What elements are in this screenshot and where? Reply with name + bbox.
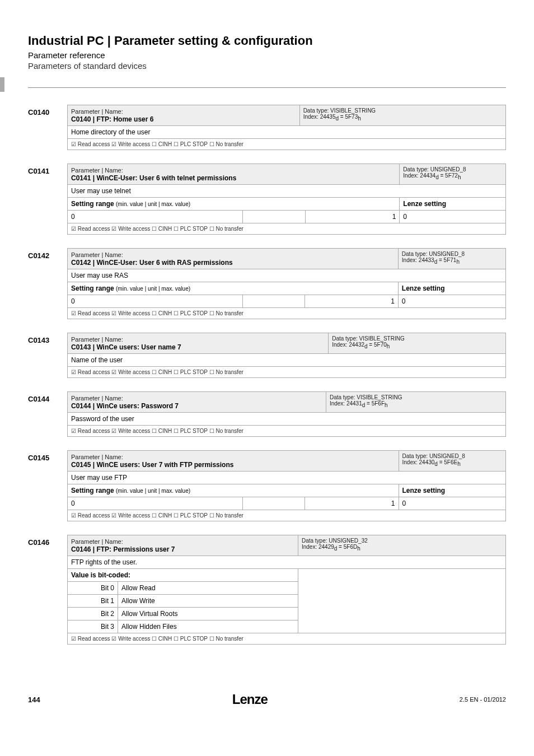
parameter-description: User may use telnet: [68, 185, 506, 198]
lenze-setting-header: Lenze setting: [400, 198, 506, 211]
setting-range-header: Setting range (min. value | unit | max. …: [68, 484, 399, 497]
parameter-entry: C0143Parameter | Name:C0143 | WinCe user…: [28, 333, 506, 378]
parameter-id: C0142: [28, 248, 67, 319]
bit-number: Bit 2: [68, 608, 118, 620]
setting-unit: [243, 211, 305, 223]
parameter-index: Index: 24431d = 5F6Fh: [330, 400, 388, 407]
setting-unit: [243, 295, 305, 308]
bit-number: Bit 0: [68, 582, 118, 595]
parameter-name-label: Parameter | Name:: [71, 108, 123, 115]
page-subtitle-1: Parameter reference: [28, 50, 506, 60]
parameter-name: C0143 | WinCe users: User name 7: [71, 343, 181, 351]
parameter-name: C0142 | WinCE-User: User 6 with RAS perm…: [71, 259, 233, 267]
parameter-entry: C0141Parameter | Name:C0141 | WinCE-User…: [28, 164, 506, 235]
parameter-index: Index: 24434d = 5F72h: [403, 172, 461, 179]
parameter-description: FTP rights of the user.: [68, 556, 506, 569]
parameter-name: C0141 | WinCE-User: User 6 with telnet p…: [71, 174, 236, 182]
parameter-entry: C0140Parameter | Name:C0140 | FTP: Home …: [28, 105, 506, 150]
parameter-index: Index: 24430d = 5F6Eh: [402, 459, 461, 465]
parameter-name-cell: Parameter | Name:C0140 | FTP: Home user …: [68, 105, 300, 126]
parameter-description: User may use FTP: [68, 472, 506, 484]
access-flags: ☑ Read access ☑ Write access ☐ CINH ☐ PL…: [68, 633, 506, 645]
parameter-id: C0143: [28, 333, 67, 378]
page-footer: 144 Lenze 2.5 EN - 01/2012: [0, 680, 534, 718]
parameter-name-label: Parameter | Name:: [71, 167, 123, 174]
setting-min: 0: [68, 295, 243, 308]
parameter-dtype-cell: Data type: VISIBLE_STRINGIndex: 24435d =…: [299, 105, 505, 126]
access-flags: ☑ Read access ☑ Write access ☐ CINH ☐ PL…: [68, 308, 506, 319]
bit-number: Bit 1: [68, 595, 118, 608]
parameter-description: Name of the user: [68, 354, 506, 367]
parameter-id: C0141: [28, 164, 67, 235]
parameter-dtype: Data type: UNSIGNED_8: [403, 166, 466, 172]
parameter-index: Index: 24433d = 5F71h: [402, 257, 460, 263]
parameter-name: C0140 | FTP: Home user 6: [71, 115, 153, 123]
page-subtitle-2: Parameters of standard devices: [28, 61, 506, 71]
parameter-name-cell: Parameter | Name:C0144 | WinCe users: Pa…: [68, 392, 326, 413]
parameter-index: Index: 24435d = 5F73h: [303, 114, 361, 120]
parameter-id: C0140: [28, 105, 67, 150]
parameter-dtype-cell: Data type: UNSIGNED_8Index: 24430d = 5F6…: [399, 451, 505, 472]
parameter-dtype-cell: Data type: VISIBLE_STRINGIndex: 24432d =…: [329, 333, 506, 354]
parameter-table: Parameter | Name:C0142 | WinCE-User: Use…: [67, 248, 506, 319]
parameter-table: Parameter | Name:C0146 | FTP: Permission…: [67, 535, 506, 645]
parameter-dtype: Data type: VISIBLE_STRING: [332, 335, 405, 342]
parameter-body: Parameter | Name:C0144 | WinCe users: Pa…: [67, 391, 506, 437]
parameter-table: Parameter | Name:C0143 | WinCe users: Us…: [67, 333, 506, 378]
parameter-entry: C0142Parameter | Name:C0142 | WinCE-User…: [28, 248, 506, 319]
setting-max: 1: [305, 211, 400, 223]
brand-logo: Lenze: [232, 692, 268, 707]
access-flags: ☑ Read access ☑ Write access ☐ CINH ☐ PL…: [68, 426, 506, 437]
parameter-dtype: Data type: VISIBLE_STRING: [303, 108, 376, 114]
parameter-name: C0145 | WinCE users: User 7 with FTP per…: [71, 461, 233, 469]
parameter-description: Password of the user: [68, 413, 506, 426]
parameter-name-cell: Parameter | Name:C0143 | WinCe users: Us…: [68, 333, 329, 354]
bit-number: Bit 3: [68, 620, 118, 633]
header-divider: [28, 87, 506, 88]
parameter-dtype-cell: Data type: UNSIGNED_8Index: 24434d = 5F7…: [400, 164, 506, 185]
parameter-dtype: Data type: UNSIGNED_8: [402, 453, 465, 459]
parameter-name-cell: Parameter | Name:C0142 | WinCE-User: Use…: [68, 249, 399, 269]
parameter-id: C0145: [28, 450, 67, 521]
access-flags: ☑ Read access ☑ Write access ☐ CINH ☐ PL…: [68, 223, 506, 235]
lenze-setting-header: Lenze setting: [398, 282, 505, 295]
lenze-setting-value: 0: [399, 497, 505, 510]
parameter-entry: C0146Parameter | Name:C0146 | FTP: Permi…: [28, 535, 506, 645]
parameter-table: Parameter | Name:C0144 | WinCe users: Pa…: [67, 391, 506, 437]
page-content: Industrial PC | Parameter setting & conf…: [0, 0, 534, 680]
page-number: 144: [28, 696, 40, 704]
parameter-body: Parameter | Name:C0140 | FTP: Home user …: [67, 105, 506, 150]
parameter-table: Parameter | Name:C0140 | FTP: Home user …: [67, 105, 506, 150]
parameter-name: C0146 | FTP: Permissions user 7: [71, 545, 175, 553]
bit-coded-header: Value is bit-coded:: [68, 569, 298, 582]
access-flags: ☑ Read access ☑ Write access ☐ CINH ☐ PL…: [68, 367, 506, 378]
setting-range-header: Setting range (min. value | unit | max. …: [68, 282, 399, 295]
lenze-setting-value: 0: [398, 295, 505, 308]
access-flags: ☑ Read access ☑ Write access ☐ CINH ☐ PL…: [68, 139, 506, 150]
header-accent-bar: [0, 77, 4, 92]
parameter-dtype: Data type: UNSIGNED_8: [402, 251, 465, 257]
revision-text: 2.5 EN - 01/2012: [460, 696, 506, 703]
parameter-index: Index: 24429d = 5F6Dh: [302, 544, 360, 550]
parameter-name-cell: Parameter | Name:C0145 | WinCE users: Us…: [68, 451, 399, 472]
parameter-name-label: Parameter | Name:: [71, 251, 123, 258]
parameter-name-label: Parameter | Name:: [71, 336, 123, 343]
parameter-name-cell: Parameter | Name:C0141 | WinCE-User: Use…: [68, 164, 400, 185]
parameter-id: C0144: [28, 391, 67, 437]
bit-description: Allow Virtual Roots: [118, 608, 298, 620]
parameter-description: User may use RAS: [68, 269, 506, 282]
parameter-name: C0144 | WinCe users: Password 7: [71, 402, 179, 410]
lenze-setting-header: Lenze setting: [399, 484, 505, 497]
lenze-setting-value: 0: [400, 211, 506, 223]
parameter-index: Index: 24432d = 5F70h: [332, 342, 390, 348]
parameter-entry: C0144Parameter | Name:C0144 | WinCe user…: [28, 391, 506, 437]
bit-description: Allow Hidden Files: [118, 620, 298, 633]
parameter-dtype-cell: Data type: UNSIGNED_32Index: 24429d = 5F…: [298, 535, 505, 556]
parameter-body: Parameter | Name:C0142 | WinCE-User: Use…: [67, 248, 506, 319]
setting-unit: [243, 497, 305, 510]
parameter-dtype-cell: Data type: VISIBLE_STRINGIndex: 24431d =…: [326, 392, 505, 413]
setting-max: 1: [305, 497, 399, 510]
parameter-name-label: Parameter | Name:: [71, 454, 123, 460]
parameter-id: C0146: [28, 535, 67, 645]
parameter-table: Parameter | Name:C0141 | WinCE-User: Use…: [67, 164, 506, 235]
